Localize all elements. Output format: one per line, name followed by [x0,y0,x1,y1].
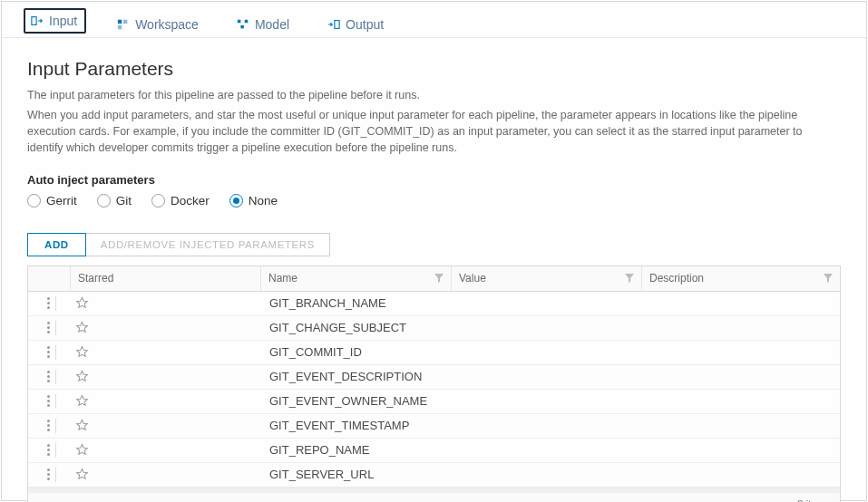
row-menu-icon[interactable] [47,444,50,456]
radio-docker-label: Docker [171,194,210,208]
workspace-icon [117,18,130,31]
input-icon [31,14,44,27]
star-icon[interactable] [75,394,89,408]
table-row: GIT_COMMIT_ID [28,341,840,365]
tab-workspace[interactable]: Workspace [112,12,206,37]
filter-icon[interactable] [625,274,634,283]
row-menu-icon[interactable] [47,371,50,382]
table-row: GIT_BRANCH_NAME [28,292,840,316]
cell-starred [70,468,260,481]
cell-name: GIT_COMMIT_ID [260,345,451,359]
radio-icon [151,194,165,208]
filter-icon[interactable] [824,274,833,283]
svg-rect-6 [240,25,244,29]
separator [55,345,56,360]
row-menu-icon[interactable] [47,322,50,333]
svg-rect-1 [118,20,122,24]
star-icon[interactable] [75,443,89,457]
table-row: GIT_REPO_NAME [28,439,840,463]
table-footer: 8 items [28,493,840,503]
radio-docker[interactable]: Docker [151,194,210,208]
cell-starred [70,419,260,432]
th-description-label: Description [649,272,704,285]
model-icon [237,18,249,31]
svg-rect-7 [335,21,339,29]
table-row: GIT_SERVER_URL [28,463,840,488]
page-title: Input Parameters [27,58,841,80]
row-actions [28,345,70,360]
row-actions [28,370,70,384]
parameters-table: Starred Name Value Description GIT_BRANC… [27,265,841,503]
star-icon[interactable] [75,468,89,481]
row-actions [28,394,70,409]
row-menu-icon[interactable] [47,297,50,309]
table-row: GIT_CHANGE_SUBJECT [28,316,840,341]
tab-workspace-label: Workspace [135,17,199,32]
star-icon[interactable] [75,345,89,359]
add-button[interactable]: ADD [27,233,86,256]
cell-name: GIT_SERVER_URL [260,468,451,481]
tab-bar: Input Workspace Model Output [2,2,866,38]
star-icon[interactable] [75,321,89,334]
cell-name: GIT_CHANGE_SUBJECT [260,321,451,334]
row-menu-icon[interactable] [47,420,50,431]
th-starred[interactable]: Starred [70,266,260,291]
filter-icon[interactable] [434,274,444,283]
row-actions [28,443,70,458]
th-name-label: Name [268,272,297,285]
tab-output[interactable]: Output [322,12,391,37]
th-name[interactable]: Name [260,266,451,291]
row-menu-icon[interactable] [47,395,50,407]
radio-git-label: Git [116,194,132,208]
cell-starred [70,345,260,359]
radio-icon [229,194,243,208]
th-description[interactable]: Description [641,266,840,291]
auto-inject-label: Auto inject parameters [27,173,841,187]
item-count: 8 items [797,498,831,503]
cell-starred [70,296,260,310]
tab-input[interactable]: Input [24,8,86,34]
row-menu-icon[interactable] [47,468,50,480]
cell-name: GIT_EVENT_TIMESTAMP [260,419,451,432]
radio-none-label: None [249,194,278,208]
auto-inject-group: Gerrit Git Docker None [27,194,841,208]
radio-gerrit-label: Gerrit [46,194,77,208]
svg-rect-5 [245,20,249,24]
separator [55,443,56,458]
row-actions [28,419,70,433]
radio-none[interactable]: None [229,194,278,208]
tab-output-label: Output [346,17,384,32]
add-remove-injected-button: ADD/REMOVE INJECTED PARAMETERS [86,233,330,256]
row-actions [28,468,70,482]
radio-icon [97,194,111,208]
radio-git[interactable]: Git [97,194,132,208]
star-icon[interactable] [75,370,89,383]
cell-starred [70,321,260,334]
star-icon[interactable] [75,419,89,432]
svg-rect-0 [32,17,36,25]
table-row: GIT_EVENT_DESCRIPTION [28,365,840,390]
cell-name: GIT_BRANCH_NAME [260,296,451,310]
th-value-label: Value [459,272,486,285]
radio-gerrit[interactable]: Gerrit [27,194,77,208]
separator [55,419,56,433]
row-actions [28,296,70,311]
star-icon[interactable] [75,296,89,310]
cell-starred [70,394,260,408]
cell-name: GIT_EVENT_OWNER_NAME [260,394,451,408]
radio-icon [27,194,41,208]
cell-name: GIT_EVENT_DESCRIPTION [260,370,451,383]
table-body: GIT_BRANCH_NAMEGIT_CHANGE_SUBJECTGIT_COM… [28,292,840,488]
row-menu-icon[interactable] [47,346,50,358]
tab-model[interactable]: Model [231,12,297,37]
th-value[interactable]: Value [451,266,641,291]
svg-rect-3 [118,25,122,29]
page-desc-1: The input parameters for this pipeline a… [27,87,841,103]
separator [55,394,56,409]
page-desc-2: When you add input parameters, and star … [27,107,841,156]
separator [55,370,56,384]
svg-rect-4 [238,20,241,24]
row-actions [28,321,70,335]
output-icon [327,18,340,31]
separator [55,321,56,335]
